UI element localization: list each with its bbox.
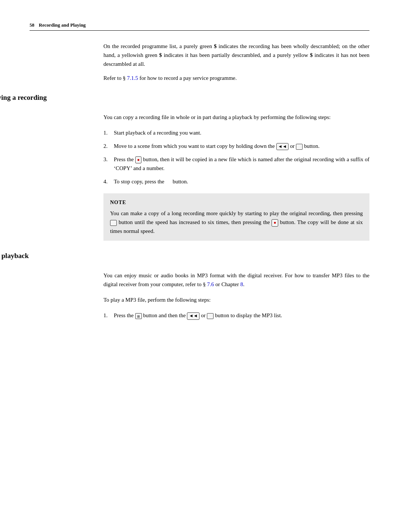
section-7-5-steps-intro: To play a MP3 file, perform the followin… xyxy=(103,295,369,304)
menu-button-icon: ⊞ xyxy=(135,313,142,319)
step-7-4-4-text: To stop copy, press the button. xyxy=(114,177,369,186)
note-label: NOTE xyxy=(110,199,363,207)
page-header-title: Recording and Playing xyxy=(39,22,86,28)
steps-list-7-5: 1. Press the ⊞ button and then the ◄◄ or… xyxy=(103,311,369,320)
note-square-button-icon xyxy=(110,220,117,226)
refer-paragraph: Refer to § 7.1.5 for how to record a pay… xyxy=(103,74,369,82)
link-7-1-5[interactable]: 7.1.5 xyxy=(127,75,138,81)
dollar-green: $ xyxy=(214,43,217,49)
link-7-6[interactable]: 7.6 xyxy=(207,281,214,287)
section-7-4-heading: 7.4 Copying a recording xyxy=(0,94,369,102)
square-button-icon xyxy=(296,144,303,150)
link-chapter-8[interactable]: 8 xyxy=(241,281,243,287)
page-number: 58 xyxy=(30,22,34,28)
step-7-5-1: 1. Press the ⊞ button and then the ◄◄ or… xyxy=(103,311,369,320)
rewind-button-icon: ◄◄ xyxy=(276,143,289,150)
step-7-4-1: 1. Start playback of a recording you wan… xyxy=(103,128,369,137)
step-7-4-3: 3. Press the ● button, then it will be c… xyxy=(103,155,369,173)
note-red-dot-button-icon: ● xyxy=(272,219,278,227)
content-area: On the recorded programme list, a purely… xyxy=(30,42,369,82)
section-7-4-content: You can copy a recording file in whole o… xyxy=(30,113,369,241)
section-7-4-intro: You can copy a recording file in whole o… xyxy=(103,113,369,122)
note-box: NOTE You can make a copy of a long recor… xyxy=(103,193,369,241)
page-header: 58 Recording and Playing xyxy=(30,22,369,31)
note-text: You can make a copy of a long recording … xyxy=(110,209,363,235)
steps-list-7-4: 1. Start playback of a recording you wan… xyxy=(103,128,369,186)
step-7-4-3-text: Press the ● button, then it will be copi… xyxy=(114,155,369,173)
section-7-4-title: Copying a recording xyxy=(0,94,47,102)
section-7-5-title: MP3 playback xyxy=(0,252,29,260)
step-7-4-4: 4. To stop copy, press the button. xyxy=(103,177,369,186)
step-7-4-2-text: Move to a scene from which you want to s… xyxy=(114,142,369,150)
red-dot-button-icon: ● xyxy=(135,156,141,164)
dollar-yellow: $ xyxy=(310,52,313,58)
step-7-5-1-text: Press the ⊞ button and then the ◄◄ or bu… xyxy=(114,311,369,320)
square-button-icon-2 xyxy=(207,313,214,319)
dollar-yellowish-green: $ xyxy=(159,52,162,58)
step-7-4-2: 2. Move to a scene from which you want t… xyxy=(103,142,369,150)
page: 58 Recording and Playing On the recorded… xyxy=(0,0,399,532)
intro-paragraph: On the recorded programme list, a purely… xyxy=(103,42,369,68)
step-7-4-1-text: Start playback of a recording you want. xyxy=(114,128,369,137)
rewind-button-icon-2: ◄◄ xyxy=(187,312,200,320)
section-7-5-heading: 7.5 MP3 playback xyxy=(0,252,369,260)
section-7-5-intro: You can enjoy music or audio books in MP… xyxy=(103,271,369,289)
section-7-5-content: You can enjoy music or audio books in MP… xyxy=(30,271,369,320)
